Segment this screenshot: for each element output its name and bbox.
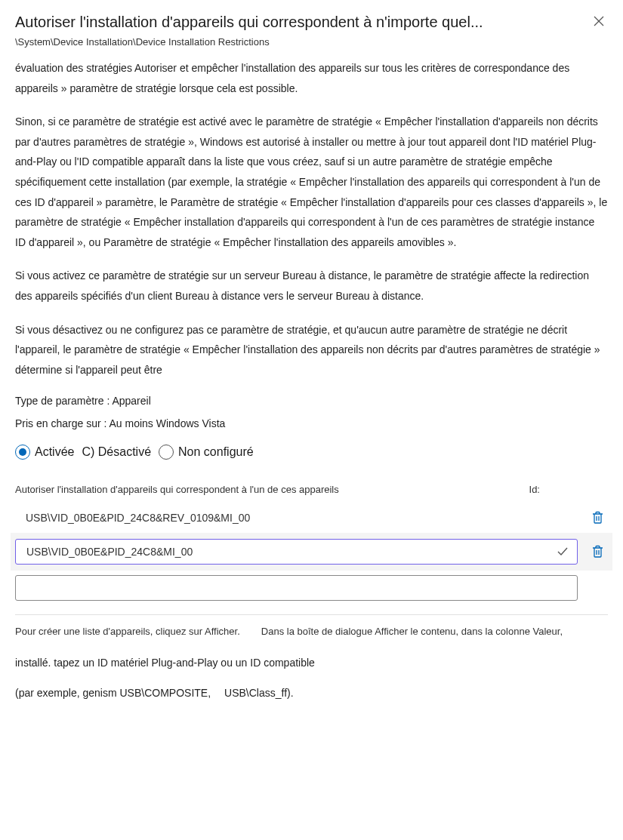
hint-dialog: Dans la boîte de dialogue Afficher le co… <box>261 626 563 637</box>
radio-disabled-label: C) Désactivé <box>82 445 151 459</box>
state-radio-group: Activée C) Désactivé Non configuré <box>15 445 608 460</box>
device-list-label: Autoriser l'installation d'appareils qui… <box>15 484 339 495</box>
device-id-new-input[interactable] <box>15 575 578 601</box>
supported-on: Pris en charge sur : Au moins Windows Vi… <box>15 417 608 429</box>
close-icon <box>594 16 604 26</box>
trash-icon <box>591 511 604 525</box>
device-id-input[interactable] <box>25 545 554 558</box>
param-type: Type de paramètre : Appareil <box>15 395 608 407</box>
radio-not-configured[interactable]: Non configuré <box>159 445 254 460</box>
device-id-label: Id: <box>529 484 540 495</box>
desc-p1: Sinon, si ce paramètre de stratégie est … <box>15 112 608 252</box>
list-item <box>15 571 608 601</box>
device-id-input-wrap <box>15 539 578 565</box>
trash-icon <box>591 545 604 558</box>
list-item <box>11 533 612 571</box>
device-id-list: USB\VID_0B0E&PID_24C8&REV_0109&MI_00 <box>15 503 608 601</box>
hint-create-list: Pour créer une liste d'appareils, clique… <box>15 626 240 637</box>
device-id-value: USB\VID_0B0E&PID_24C8&REV_0109&MI_00 <box>15 507 578 528</box>
delete-button[interactable] <box>587 507 608 528</box>
close-button[interactable] <box>590 12 608 30</box>
desc-p3: Si vous désactivez ou ne configurez pas … <box>15 320 608 380</box>
policy-description: évaluation des stratégies Autoriser et e… <box>15 58 608 380</box>
radio-enabled-label: Activée <box>35 445 74 459</box>
delete-button[interactable] <box>587 541 608 562</box>
breadcrumb: \System\Device Installation\Device Insta… <box>15 36 608 48</box>
check-icon <box>557 546 569 558</box>
page-title: Autoriser l'installation d'appareils qui… <box>15 12 584 32</box>
confirm-button[interactable] <box>554 546 571 558</box>
list-item: USB\VID_0B0E&PID_24C8&REV_0109&MI_00 <box>15 503 608 533</box>
desc-p2: Si vous activez ce paramètre de stratégi… <box>15 266 608 306</box>
radio-notconfigured-label: Non configuré <box>178 445 254 459</box>
radio-circle-icon <box>159 445 174 460</box>
desc-p0b: paramètre de stratégie lorsque cela est … <box>69 82 298 94</box>
footer-example-right: USB\Class_ff). <box>224 687 294 699</box>
radio-circle-icon <box>15 445 30 460</box>
radio-enabled[interactable]: Activée <box>15 445 74 460</box>
footer-instruction: installé. tapez un ID matériel Plug-and-… <box>15 657 608 669</box>
footer-example-left: (par exemple, genism USB\COMPOSITE, <box>15 687 211 699</box>
divider <box>15 614 608 615</box>
